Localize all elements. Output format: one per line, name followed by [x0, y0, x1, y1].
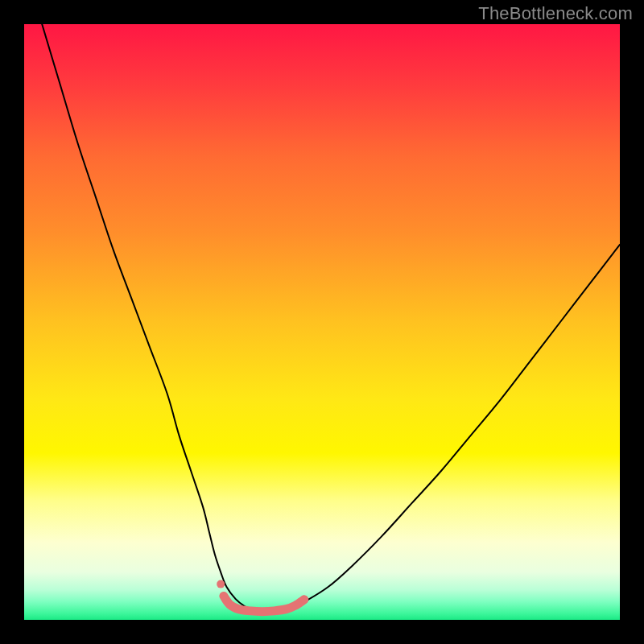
- chart-stage: TheBottleneck.com: [0, 0, 644, 644]
- left-dot-marker: [217, 580, 225, 588]
- chart-plot-area: [24, 24, 620, 620]
- watermark-label: TheBottleneck.com: [478, 3, 633, 24]
- right-dot-marker: [300, 596, 308, 604]
- chart-svg: [24, 24, 620, 620]
- gradient-background: [24, 24, 620, 620]
